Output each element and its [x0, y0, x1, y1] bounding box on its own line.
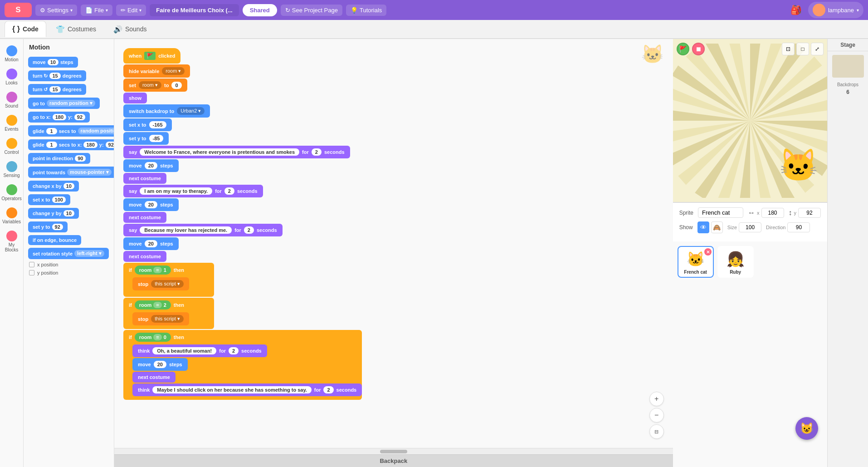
- block-set-y-85[interactable]: set y to -85: [123, 132, 169, 145]
- large-stage-button[interactable]: □: [796, 43, 809, 55]
- block-think-beautiful[interactable]: think Oh, a beautiful woman! for 2 secon…: [132, 344, 267, 357]
- block-when-flag[interactable]: when 🚩 clicked: [123, 48, 180, 64]
- block-x-position[interactable]: x position: [27, 261, 110, 269]
- variables-dot: [6, 207, 17, 218]
- canvas-scrollbar[interactable]: [114, 448, 673, 454]
- green-flag-button[interactable]: 🚩: [677, 43, 689, 55]
- block-say-lover[interactable]: say Because my lover has rejected me. fo…: [123, 224, 283, 236]
- block-set-x[interactable]: set x to 100: [28, 194, 70, 205]
- avatar-image: [813, 4, 825, 16]
- block-switch-backdrop[interactable]: switch backdrop to Urban2 ▾: [123, 104, 210, 118]
- block-change-x[interactable]: change x by 10: [28, 181, 79, 192]
- block-set-y[interactable]: set y to 92: [28, 221, 68, 232]
- show-visible-button[interactable]: 👁: [697, 221, 709, 233]
- sprite-thumb-ruby[interactable]: 👧 Ruby: [717, 246, 754, 278]
- sprite-direction-input[interactable]: [787, 222, 810, 232]
- block-say-welcome[interactable]: say Welcome to France, where everyone is…: [123, 146, 350, 158]
- block-point-direction[interactable]: point in direction 90: [28, 153, 90, 164]
- sprite-delete-french-cat[interactable]: ✕: [704, 248, 712, 256]
- block-move-20-3[interactable]: move 20 steps: [123, 237, 179, 250]
- shared-button[interactable]: Shared: [243, 4, 277, 16]
- sidebar-item-events[interactable]: Events: [1, 112, 23, 134]
- block-if-on-edge[interactable]: if on edge, bounce: [28, 235, 81, 245]
- sidebar-item-operators[interactable]: Operators: [1, 182, 23, 204]
- block-goto-xy[interactable]: go to x: 180 y: 92: [28, 112, 90, 123]
- red-stop-button[interactable]: ⏹: [692, 43, 705, 55]
- settings-menu[interactable]: ⚙ Settings ▾: [35, 5, 77, 16]
- sidebar-item-myblocks[interactable]: My Blocks: [1, 228, 23, 255]
- small-stage-button[interactable]: ⊡: [782, 43, 795, 55]
- backpack-bar[interactable]: Backpack: [114, 454, 673, 467]
- block-change-y[interactable]: change y by 10: [28, 208, 79, 219]
- block-turn-cw[interactable]: turn ↻ 15 degrees: [28, 70, 86, 81]
- block-next-costume-3[interactable]: next costume: [123, 251, 166, 262]
- tab-code[interactable]: { } Code: [5, 21, 46, 37]
- sidebar-item-sensing[interactable]: Sensing: [1, 158, 23, 181]
- zoom-out-button[interactable]: −: [649, 408, 664, 423]
- sidebar-item-control[interactable]: Control: [1, 135, 23, 157]
- block-turn-ccw[interactable]: turn ↺ 15 degrees: [28, 84, 86, 95]
- code-canvas[interactable]: 🐱 when 🚩 clicked hide variable room ▾ se…: [114, 39, 673, 467]
- costumes-tab-icon: 👕: [56, 25, 65, 34]
- tab-sounds[interactable]: 🔊 Sounds: [106, 21, 154, 38]
- block-point-towards[interactable]: point towards mouse-pointer ▾: [28, 167, 114, 178]
- sidebar-item-looks[interactable]: Looks: [1, 66, 23, 88]
- file-menu[interactable]: 📄 File ▾: [81, 5, 112, 16]
- block-move-20-4[interactable]: move 20 steps: [132, 358, 188, 371]
- script-blocks: when 🚩 clicked hide variable room ▾ set …: [123, 48, 362, 401]
- sprite-x-input[interactable]: [761, 208, 784, 218]
- stage-backdrop-thumb[interactable]: [832, 55, 864, 78]
- block-set-room[interactable]: set room ▾ to 0: [123, 79, 187, 92]
- block-stop-2[interactable]: stop this script ▾: [132, 312, 189, 325]
- sprite-thumb-french-cat[interactable]: ✕ 🐱 French cat: [678, 246, 714, 278]
- sidebar-item-sound[interactable]: Sound: [1, 89, 23, 111]
- block-next-costume-2[interactable]: next costume: [123, 212, 166, 223]
- tab-costumes[interactable]: 👕 Costumes: [48, 21, 104, 38]
- block-stop-1[interactable]: stop this script ▾: [132, 277, 189, 290]
- categories-sidebar: Motion Looks Sound Events Control Sensin…: [0, 39, 24, 467]
- add-sprite-button[interactable]: 😺: [795, 417, 818, 440]
- fullscreen-button[interactable]: ⤢: [811, 43, 824, 55]
- sprite-size-input[interactable]: [739, 222, 761, 232]
- block-think-click[interactable]: think Maybe I should click on her becaus…: [132, 383, 362, 396]
- project-title[interactable]: Faire de Meilleurs Choix (...: [150, 4, 239, 16]
- canvas-inner: 🐱 when 🚩 clicked hide variable room ▾ se…: [114, 39, 673, 448]
- block-glide-xy[interactable]: glide 1 secs to x: 180 y: 92: [28, 139, 114, 150]
- block-y-position[interactable]: y position: [27, 269, 110, 277]
- block-glide-random[interactable]: glide 1 secs to random position ▾: [28, 125, 114, 137]
- block-next-costume-4[interactable]: next costume: [132, 372, 176, 383]
- block-move[interactable]: move 10 steps: [28, 57, 78, 68]
- sidebar-item-variables[interactable]: Variables: [1, 205, 23, 227]
- block-if-room-1[interactable]: if room = 1 then stop this script ▾: [123, 263, 214, 297]
- blocks-header: Motion: [27, 44, 110, 51]
- sprite-name-input[interactable]: [698, 207, 743, 218]
- zoom-reset-button[interactable]: ⊟: [649, 424, 664, 439]
- block-goto-random[interactable]: go to random position ▾: [28, 98, 100, 109]
- show-hidden-button[interactable]: 🙈: [711, 221, 723, 233]
- user-avatar[interactable]: lampbane ▾: [808, 2, 863, 18]
- sidebar-item-motion[interactable]: Motion: [1, 43, 23, 65]
- block-move-20-1[interactable]: move 20 steps: [123, 159, 179, 172]
- block-set-rotation[interactable]: set rotation style left-right ▾: [28, 248, 109, 259]
- show-label-area: Show: [679, 224, 693, 231]
- block-next-costume-1[interactable]: next costume: [123, 173, 166, 184]
- edit-menu[interactable]: ✏ Edit ▾: [116, 5, 146, 16]
- ruby-image: 👧: [727, 251, 745, 268]
- zoom-in-button[interactable]: +: [649, 392, 664, 406]
- hide-var-dropdown[interactable]: room ▾: [162, 67, 185, 75]
- see-project-button[interactable]: ↻ See Project Page: [281, 5, 342, 16]
- block-move-20-2[interactable]: move 20 steps: [123, 198, 179, 211]
- looks-dot: [6, 69, 17, 79]
- block-if-room-2[interactable]: if room = 2 then stop this script ▾: [123, 298, 214, 329]
- sensing-dot: [6, 161, 17, 172]
- backpack-icon-btn[interactable]: 🎒: [789, 3, 804, 17]
- block-hide-var[interactable]: hide variable room ▾: [123, 64, 190, 78]
- backdrops-count: 6: [828, 88, 868, 96]
- block-say-therapy[interactable]: say I am on my way to therapy. for 2 sec…: [123, 185, 263, 197]
- scratch-logo[interactable]: S: [5, 3, 32, 17]
- block-show[interactable]: show: [123, 93, 147, 103]
- sprite-y-input[interactable]: [798, 208, 821, 218]
- block-set-x-165[interactable]: set x to -165: [123, 118, 172, 131]
- block-if-room-0[interactable]: if room = 0 then think Oh, a beautiful w…: [123, 330, 362, 400]
- tutorials-button[interactable]: 💡 Tutorials: [346, 5, 386, 16]
